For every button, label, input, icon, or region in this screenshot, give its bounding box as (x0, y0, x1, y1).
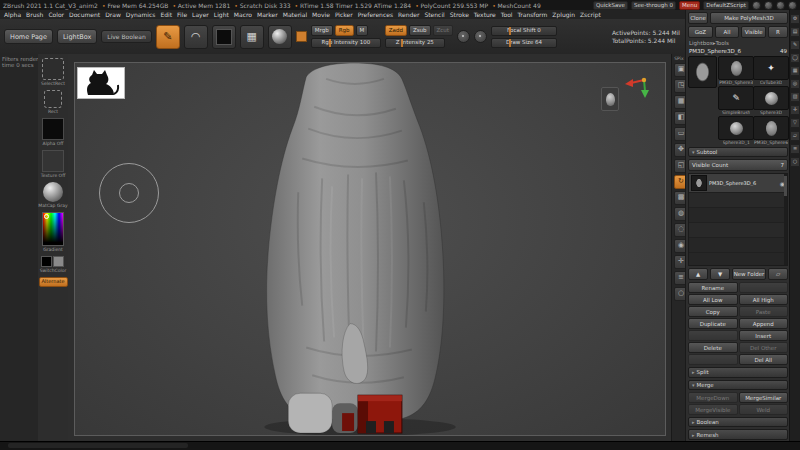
tool-slot[interactable]: PM3D_Sphere3 (719, 56, 753, 85)
tool-slot[interactable]: ✦ CvTube3D (754, 56, 788, 85)
goz-all-button[interactable]: All (715, 26, 740, 38)
menu-item[interactable]: Document (69, 11, 100, 18)
subtool-up-button[interactable]: ▲ (688, 268, 708, 280)
head-preview-thumbnail[interactable] (601, 87, 619, 111)
blank-button[interactable] (688, 330, 738, 341)
size-knob-icon[interactable] (474, 30, 487, 43)
m-button[interactable]: M (356, 25, 369, 36)
del-all-button[interactable]: Del All (739, 354, 789, 365)
menu-item[interactable]: Dynamics (126, 11, 156, 18)
goz-button[interactable]: GoZ (688, 26, 713, 38)
new-folder-button[interactable]: New Folder (732, 268, 766, 280)
default-zscript-button[interactable]: DefaultZScript (703, 1, 749, 10)
rgb-intensity-slider[interactable]: Rgb Intensity 100 (311, 38, 381, 48)
lightbox-tools-link[interactable]: Lightbox▸Tools (688, 40, 788, 46)
dot-icon[interactable]: ○ (790, 157, 800, 167)
all-high-button[interactable]: All High (739, 294, 789, 305)
grid-icon[interactable]: ▦ (790, 66, 800, 76)
menu-item[interactable]: Preferences (358, 11, 393, 18)
layers-icon[interactable]: ▧ (790, 92, 800, 102)
brush-icon[interactable]: ✎ (790, 40, 800, 50)
live-boolean-button[interactable]: Live Boolean (101, 30, 151, 43)
merge-similar-button[interactable]: MergeSimilar (739, 392, 789, 403)
material-selector[interactable]: MatCap Gray (38, 182, 67, 208)
merge-visible-button[interactable]: MergeVisible (688, 404, 738, 415)
help-icon[interactable] (788, 1, 797, 10)
boolean-section-header[interactable]: ▸Boolean (688, 417, 788, 427)
zadd-button[interactable]: Zadd (385, 25, 407, 36)
home-page-button[interactable]: Home Page (4, 29, 53, 44)
select-rect-brush[interactable]: SelectRect (41, 58, 65, 86)
see-through-slider[interactable]: See-through 0 (631, 1, 676, 10)
del-other-button[interactable]: Del Other (739, 342, 789, 353)
append-button[interactable]: Append (739, 318, 789, 329)
menu-item[interactable]: Edit (160, 11, 172, 18)
menu-item[interactable]: Brush (26, 11, 43, 18)
copy-button[interactable]: Copy (688, 306, 738, 317)
merge-down-button[interactable]: MergeDown (688, 392, 738, 403)
user-icon[interactable] (752, 1, 761, 10)
subtool-down-button[interactable]: ▼ (710, 268, 730, 280)
all-low-button[interactable]: All Low (688, 294, 738, 305)
folder-icon[interactable]: ▱ (790, 131, 800, 141)
axis-gizmo[interactable] (623, 73, 649, 99)
duplicate-button[interactable]: Duplicate (688, 318, 738, 329)
menu-item[interactable]: Color (48, 11, 64, 18)
tool-slot[interactable]: ✎ SimpleBrush (719, 86, 753, 115)
document-viewport[interactable] (74, 62, 666, 436)
bottom-tray-handle[interactable] (8, 443, 188, 448)
reference-thumbnail[interactable] (77, 67, 125, 99)
menu-item[interactable]: Zscript (580, 11, 601, 18)
menu-button[interactable]: Menu (679, 1, 700, 10)
tool-slot[interactable]: Sphere3D_1 (719, 116, 753, 145)
subtool-section-header[interactable]: ▾Subtool (688, 147, 788, 157)
stroke-rect[interactable]: Rect (44, 90, 62, 114)
subtool-scrollbar[interactable] (784, 174, 787, 265)
active-tool-thumbnail[interactable] (688, 56, 717, 88)
alpha-selector[interactable]: Alpha Off (42, 118, 64, 146)
document-icon[interactable]: ▤ (790, 27, 800, 37)
menu-item[interactable]: Transform (517, 11, 547, 18)
clone-button[interactable]: Clone (688, 12, 708, 24)
menu-item[interactable]: Material (283, 11, 307, 18)
menu-item[interactable]: Texture (474, 11, 496, 18)
weld-button[interactable]: Weld (739, 404, 789, 415)
sphere-icon[interactable] (764, 1, 773, 10)
draw-size-slider[interactable]: Draw Size 64 (491, 38, 557, 48)
menu-item[interactable]: File (177, 11, 187, 18)
globe-icon[interactable] (776, 1, 785, 10)
insert-button[interactable]: Insert (739, 330, 789, 341)
menu-item[interactable]: Marker (257, 11, 278, 18)
sphere-icon[interactable]: ◯ (790, 53, 800, 63)
color-swatch[interactable] (296, 31, 307, 42)
stroke-icon[interactable]: ◠ (184, 25, 208, 49)
canvas-area[interactable] (68, 54, 672, 442)
menu-item[interactable]: Render (398, 11, 419, 18)
focal-shift-slider[interactable]: Focal Shift 0 (491, 26, 557, 36)
color-picker[interactable]: Gradient (42, 212, 64, 252)
blank-button[interactable] (739, 282, 789, 293)
goz-visible-button[interactable]: Visible (741, 26, 766, 38)
folder-icon[interactable]: ▱ (768, 268, 788, 280)
blank-button[interactable] (688, 354, 738, 365)
split-section-header[interactable]: ▸Split (688, 367, 788, 377)
tool-slot[interactable]: PM3D_Sphere6 (754, 116, 788, 145)
list-icon[interactable]: ≡ (790, 144, 800, 154)
switch-color[interactable]: SwitchColor (40, 256, 67, 273)
mrgb-button[interactable]: Mrgb (311, 25, 333, 36)
material-icon[interactable] (268, 25, 292, 49)
goz-r-button[interactable]: R (768, 26, 788, 38)
texture-icon[interactable]: ▦ (240, 25, 264, 49)
rgb-button[interactable]: Rgb (335, 25, 354, 36)
texture-selector[interactable]: Texture Off (41, 150, 66, 178)
alpha-icon[interactable] (212, 25, 236, 49)
gear-icon[interactable]: ⚙ (790, 14, 800, 24)
paste-button[interactable]: Paste (739, 306, 789, 317)
merge-section-header[interactable]: ▾Merge (688, 380, 788, 390)
menu-item[interactable]: Macro (234, 11, 252, 18)
menu-item[interactable]: Tool (501, 11, 513, 18)
make-polymesh3d-button[interactable]: Make PolyMesh3D (710, 12, 788, 24)
menu-item[interactable]: Stencil (424, 11, 444, 18)
focal-knob-icon[interactable] (457, 30, 470, 43)
zcut-button[interactable]: Zcut (433, 25, 453, 36)
